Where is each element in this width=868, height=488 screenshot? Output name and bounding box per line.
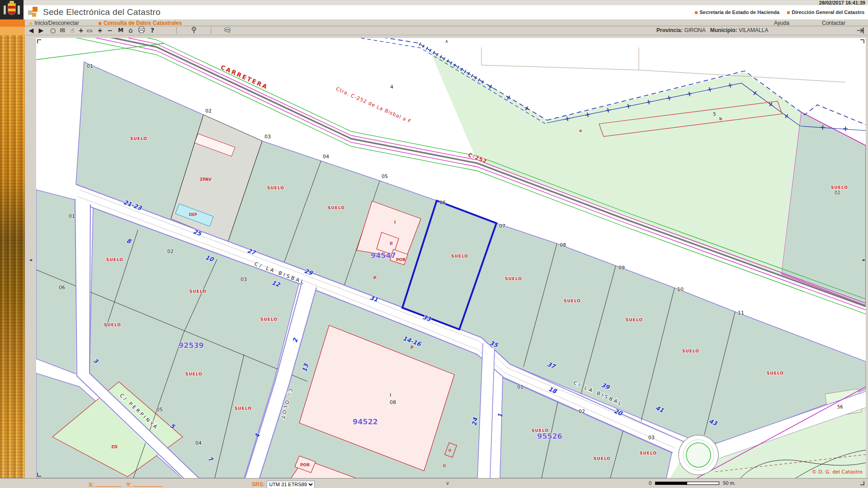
- link-hacienda[interactable]: Secretaría de Estado de Hacienda: [699, 9, 779, 15]
- toolbar-separator: [176, 27, 177, 34]
- svg-text:95526: 95526: [537, 432, 562, 441]
- svg-text:5: 5: [713, 111, 716, 117]
- svg-text:04: 04: [195, 440, 202, 446]
- layers-button[interactable]: [222, 26, 232, 35]
- svg-text:POR: POR: [396, 258, 406, 262]
- svg-text:56: 56: [837, 404, 843, 409]
- menu-contactar[interactable]: Contactar: [822, 20, 845, 26]
- collapse-down-arrow[interactable]: ∨: [446, 480, 449, 486]
- catastro-logo-icon: [28, 7, 39, 18]
- map-corner-mark: [860, 481, 864, 485]
- scale-black-segment: [655, 482, 687, 485]
- scale-white-segment: [687, 482, 719, 485]
- svg-text:P: P: [410, 345, 414, 350]
- help-button[interactable]: ?: [147, 26, 157, 35]
- menu-ayuda[interactable]: Ayuda: [774, 20, 789, 26]
- top-stripe-bar: 28/02/2017 16:41:39: [0, 0, 868, 5]
- svg-text:II: II: [448, 449, 451, 453]
- zoom-in-button[interactable]: +: [95, 26, 105, 35]
- bullet-icon: [695, 11, 698, 14]
- zoom-window-button[interactable]: ▭: [85, 26, 94, 35]
- svg-text:02: 02: [205, 108, 212, 114]
- roundabout: [679, 435, 718, 475]
- menu-consulta-datos[interactable]: Consulta de Datos Catastrales: [99, 20, 182, 26]
- srs-label: SRS:: [252, 481, 265, 488]
- menu-inicio-desconectar[interactable]: Inicio/Desconectar: [29, 20, 79, 26]
- map-corner-mark: [860, 39, 864, 43]
- svg-text:06: 06: [439, 200, 446, 206]
- svg-text:02: 02: [167, 249, 174, 254]
- x-coordinate-label: X:: [89, 482, 94, 488]
- print-icon: [138, 26, 145, 33]
- svg-text:a: a: [579, 128, 582, 133]
- svg-text:11: 11: [738, 310, 744, 316]
- svg-text:SUELO: SUELO: [831, 185, 848, 190]
- svg-text:ZD: ZD: [111, 445, 118, 449]
- svg-text:03: 03: [241, 277, 247, 282]
- collapse-up-arrow[interactable]: ∧: [445, 38, 448, 44]
- sidebar-orange-block: [0, 19, 25, 35]
- link-direccion-catastro[interactable]: Dirección General del Catastro: [792, 9, 864, 15]
- locate-button[interactable]: [189, 26, 199, 35]
- svg-text:SUELO: SUELO: [104, 323, 121, 327]
- svg-text:SUELO: SUELO: [451, 254, 468, 258]
- zoom-circle-button[interactable]: ○: [48, 26, 58, 35]
- zoom-out-button[interactable]: −: [105, 26, 115, 35]
- map-toolbar: ◀ ▶ ○ ✉ ☝ + ▭ + − M ⌂ ? Provincia: GIRON…: [0, 26, 868, 35]
- svg-text:03: 03: [648, 435, 655, 441]
- home-button[interactable]: ⌂: [126, 26, 136, 35]
- toolbar-separator: [211, 27, 211, 34]
- map-viewport[interactable]: CARRETERA Ctra. C-252 de La Bisbal a F C…: [36, 38, 866, 478]
- svg-text:SUELO: SUELO: [235, 406, 252, 411]
- datetime: 28/02/2017 16:41:39: [819, 0, 865, 5]
- y-coordinate-label: Y:: [126, 482, 131, 488]
- svg-text:SUELO: SUELO: [640, 451, 657, 455]
- header: Sede Electrónica del Catastro Secretaría…: [0, 5, 868, 19]
- svg-text:SUELO: SUELO: [260, 317, 278, 322]
- svg-text:02: 02: [835, 190, 840, 195]
- collapse-left-arrow[interactable]: ◄: [29, 258, 32, 262]
- bullet-icon: [787, 11, 790, 14]
- back-button[interactable]: ◀: [26, 26, 36, 35]
- header-links: Secretaría de Estado de Hacienda Direcci…: [689, 9, 864, 15]
- bullet-icon: [29, 22, 32, 25]
- cadastral-map[interactable]: CARRETERA Ctra. C-252 de La Bisbal a F C…: [36, 38, 866, 478]
- svg-text:94547: 94547: [371, 251, 396, 260]
- svg-text:SUELO: SUELO: [626, 318, 643, 322]
- map-corner-mark: [37, 473, 41, 477]
- scale-bar: 050 m.: [649, 480, 736, 487]
- envelope-extent-button[interactable]: ✉: [57, 26, 67, 35]
- svg-text:I: I: [390, 392, 391, 398]
- svg-text:03: 03: [264, 134, 271, 140]
- bullet-icon: [99, 22, 101, 25]
- svg-text:SUELO: SUELO: [189, 289, 207, 294]
- srs-select[interactable]: UTM 31 ETRS89: [267, 481, 315, 488]
- scale-zero-label: 0: [649, 480, 651, 486]
- svg-text:92539: 92539: [179, 341, 204, 350]
- svg-text:SUELO: SUELO: [767, 371, 784, 375]
- measure-button[interactable]: M: [116, 26, 126, 35]
- svg-text:SUELO: SUELO: [328, 206, 345, 210]
- forward-button[interactable]: ▶: [36, 26, 46, 35]
- y-coordinate-field[interactable]: [133, 482, 163, 487]
- svg-text:05: 05: [382, 174, 388, 179]
- svg-text:06: 06: [59, 285, 65, 291]
- locate-pin-icon: [190, 26, 198, 34]
- x-coordinate-field[interactable]: [95, 482, 122, 487]
- svg-text:01: 01: [87, 63, 93, 69]
- svg-text:SUELO: SUELO: [682, 349, 699, 353]
- provincia-value: GIRONA: [684, 27, 705, 33]
- collapse-right-arrow[interactable]: ►: [863, 258, 866, 262]
- svg-text:08: 08: [390, 399, 396, 405]
- municipio-value: VILAMALLA: [739, 27, 768, 33]
- layers-icon: [223, 26, 231, 33]
- municipio-label: Municipio:: [710, 27, 737, 33]
- exit-button[interactable]: [856, 27, 865, 36]
- svg-text:SUELO: SUELO: [594, 456, 611, 461]
- svg-text:b: b: [719, 117, 722, 121]
- print-button[interactable]: [137, 26, 146, 35]
- svg-text:SUELO: SUELO: [564, 299, 581, 303]
- svg-text:01: 01: [517, 384, 524, 390]
- svg-text:05: 05: [156, 407, 163, 413]
- svg-text:04: 04: [323, 154, 329, 160]
